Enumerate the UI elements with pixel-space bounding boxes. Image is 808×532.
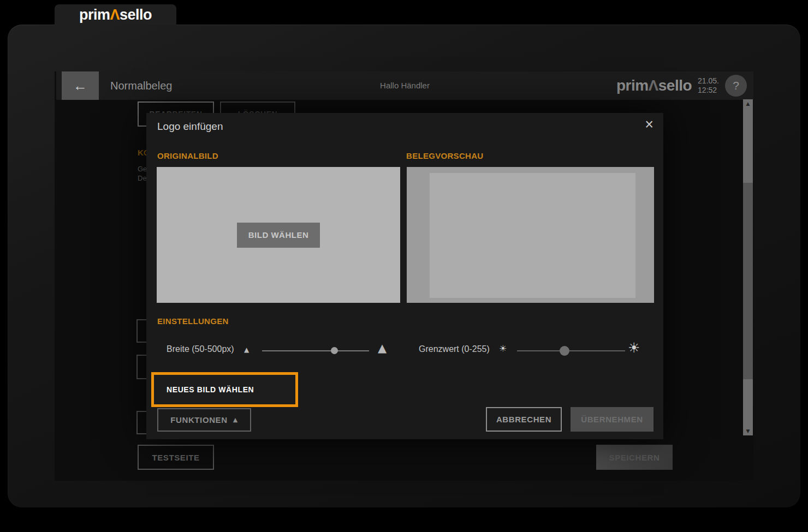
functions-button[interactable]: FUNKTIONEN ▲	[157, 408, 251, 432]
cancel-button[interactable]: ABBRECHEN	[486, 407, 562, 432]
logo-insert-dialog: Logo einfügen × ORIGINALBILD BILD WÄHLEN…	[146, 113, 663, 439]
width-decrease-icon[interactable]: ▲	[244, 346, 249, 353]
save-button[interactable]: SPEICHERN	[596, 445, 673, 470]
width-increase-icon[interactable]: ▲	[378, 343, 387, 354]
page-title: Normalbeleg	[110, 71, 172, 100]
receipt-preview-heading: BELEGVORSCHAU	[406, 151, 483, 160]
width-slider-thumb[interactable]	[331, 347, 338, 354]
receipt-preview-panel	[407, 167, 654, 303]
primasello-logo: primΛsello	[616, 77, 692, 94]
question-mark-icon: ?	[733, 79, 739, 92]
logo-text: sello	[120, 7, 152, 23]
header-bar: ← Normalbeleg Hallo Händler primΛsello 2…	[56, 71, 753, 100]
close-icon[interactable]: ×	[645, 117, 653, 132]
back-arrow-icon: ←	[73, 77, 87, 94]
threshold-slider[interactable]	[517, 350, 625, 351]
browser-tab[interactable]: primΛsello	[55, 4, 176, 25]
original-image-panel: BILD WÄHLEN	[157, 167, 400, 303]
screen: primΛsello ← Normalbeleg Hallo Händler p…	[0, 0, 808, 532]
brightness-high-icon[interactable]: ☀	[628, 341, 640, 355]
logo-accent: Λ	[110, 7, 120, 23]
scrollbar-thumb[interactable]	[743, 183, 753, 379]
logo-accent: Λ	[649, 77, 658, 94]
menu-item-choose-new-image[interactable]: NEUES BILD WÄHLEN	[151, 372, 298, 407]
help-button[interactable]: ?	[725, 75, 747, 97]
settings-heading: EINSTELLUNGEN	[157, 316, 229, 326]
test-page-button[interactable]: TESTSEITE	[138, 445, 214, 470]
back-button[interactable]: ←	[62, 71, 99, 100]
threshold-slider-thumb[interactable]	[560, 346, 569, 356]
logo-text: prim	[79, 7, 110, 23]
receipt-preview-image	[430, 173, 635, 298]
apply-button[interactable]: ÜBERNEHMEN	[571, 407, 653, 432]
scroll-down-icon[interactable]: ▼	[743, 428, 753, 434]
width-slider[interactable]	[262, 350, 369, 351]
original-image-heading: ORIGINALBILD	[157, 151, 218, 160]
background-text-line: De	[138, 174, 147, 182]
time-text: 12:52	[698, 86, 719, 95]
width-slider-label: Breite (50-500px)	[167, 344, 234, 354]
scroll-up-icon[interactable]: ▲	[743, 101, 753, 106]
header-right-cluster: primΛsello 21.05. 12:52 ?	[616, 71, 747, 100]
logo-text: sello	[658, 77, 692, 94]
vertical-scrollbar[interactable]: ▲ ▼	[743, 99, 753, 435]
background-text-line: Ge	[138, 165, 147, 173]
chevron-up-icon: ▲	[233, 416, 238, 423]
dialog-title: Logo einfügen	[157, 121, 223, 133]
date-text: 21.05.	[698, 76, 719, 86]
functions-label: FUNKTIONEN	[170, 415, 227, 425]
menu-item-label: NEUES BILD WÄHLEN	[154, 385, 254, 394]
threshold-slider-label: Grenzwert (0-255)	[419, 344, 490, 354]
brightness-low-icon[interactable]: ☀	[499, 344, 507, 353]
primasello-logo: primΛsello	[79, 7, 152, 23]
choose-image-button[interactable]: BILD WÄHLEN	[237, 223, 320, 248]
logo-text: prim	[616, 77, 649, 94]
datetime-display: 21.05. 12:52	[698, 76, 719, 95]
